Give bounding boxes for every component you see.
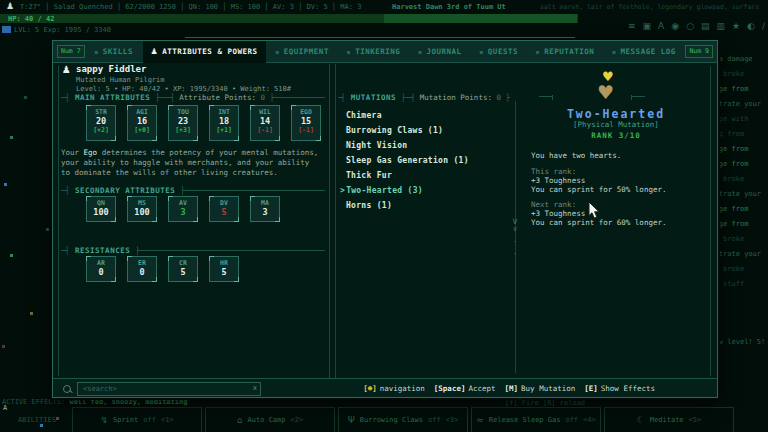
tab-journal[interactable]: ▪ JOURNAL — [410, 41, 470, 63]
mutation-item-sleep-gas-generation[interactable]: Sleep Gas Generation (1) — [346, 156, 469, 165]
ability-state: off — [565, 416, 578, 424]
ego-description: Your Ego determines the potency of your … — [61, 148, 319, 178]
message-log-icon: ▪ — [612, 48, 617, 55]
pane-scrollbar[interactable] — [335, 64, 336, 378]
selection-cursor: > — [340, 186, 345, 195]
stat-tile-int[interactable]: INT 18 [+1] — [209, 105, 239, 141]
picture-icon[interactable]: ▥ — [717, 21, 726, 31]
search-icon — [63, 385, 71, 393]
stat-label: MS — [128, 199, 156, 207]
tab-quests[interactable]: ▪ QUESTS — [471, 41, 526, 63]
magnifier-icon[interactable]: ○ — [686, 21, 694, 31]
this-rank-line: +3 Toughness — [531, 176, 585, 185]
stat-value: 3 — [169, 207, 197, 217]
hp-bar-fill — [384, 14, 577, 23]
character-name: sappy Fiddler — [76, 64, 146, 74]
tab-attributes-powers[interactable]: ♟ ATTRIBUTES & POWERS — [143, 41, 266, 63]
mutation-detail-rank: RANK 3/10 — [523, 131, 709, 140]
tab-message-log[interactable]: ▪ MESSAGE LOG — [604, 41, 684, 63]
next-rank-line: You can sprint for 60% longer. — [531, 218, 666, 227]
stat-tile-str[interactable]: STR 20 [+2] — [86, 105, 116, 141]
monitor-icon[interactable]: ▣ — [643, 21, 652, 31]
pencil-icon[interactable]: ∕ — [762, 21, 765, 31]
menu-icon[interactable]: ≡ — [628, 21, 636, 31]
stat-label: CR — [169, 259, 197, 267]
stat-label: INT — [210, 108, 238, 116]
mutation-item-night-vision[interactable]: Night Vision — [346, 141, 407, 150]
hint-buy-mutation[interactable]: [M]Buy Mutation — [505, 384, 576, 393]
stat-tile-ma[interactable]: MA 3 — [250, 196, 280, 222]
pane-border-right — [710, 66, 711, 376]
stat-tile-dv[interactable]: DV 5 — [209, 196, 239, 222]
character-statline: Level: 5 • HP: 40/42 • XP: 1995/3340 • W… — [76, 85, 291, 93]
resistances-title: RESISTANCES — [65, 246, 140, 255]
tab-label: SKILLS — [103, 47, 133, 56]
ability-slot-auto-camp[interactable]: ⌂ Auto Camp <2> — [205, 407, 335, 432]
attribute-points: Attribute Points: 0 — [170, 93, 274, 102]
ability-slot-meditate[interactable]: ☾ Meditate <5> — [604, 407, 734, 432]
clock-icon[interactable]: ◐ — [747, 21, 755, 31]
tab-equipment[interactable]: ▪ EQUIPMENT — [267, 41, 337, 63]
clear-search-button[interactable]: x — [253, 384, 257, 392]
ability-slot-release-sleep-gas[interactable]: ≈ Release Sleep Gas off <4> — [471, 407, 601, 432]
heart-icon-large: ♥ — [597, 83, 614, 102]
active-effects-label: ACTIVE EFFECTS: — [2, 398, 65, 406]
stat-tile-av[interactable]: AV 3 — [168, 196, 198, 222]
level-icon — [2, 26, 11, 33]
stat-tile-qn[interactable]: QN 100 — [86, 196, 116, 222]
stat-label: AV — [169, 199, 197, 207]
stat-tile-wil[interactable]: WIL 14 [-1] — [250, 105, 280, 141]
quests-icon: ▪ — [479, 48, 484, 55]
font-icon[interactable]: A — [658, 21, 664, 31]
star-icon[interactable]: ★ — [732, 21, 740, 31]
hint-show-effects[interactable]: [E]Show Effects — [584, 384, 655, 393]
search-input[interactable] — [81, 383, 245, 395]
moon-icon: ☾ — [637, 415, 645, 425]
stat-tile-ego[interactable]: EGO 15 [-1] — [291, 105, 321, 141]
stat-tile-ms[interactable]: MS 100 — [127, 196, 157, 222]
stat-label: AGI — [128, 108, 156, 116]
stat-label: EGO — [292, 108, 320, 116]
ability-key: <1> — [161, 416, 174, 424]
stat-value: 18 — [210, 116, 238, 126]
tab-tinkering[interactable]: ▪ TINKERING — [339, 41, 409, 63]
hint-accept[interactable]: [Space]Accept — [434, 384, 496, 393]
ability-key: <3> — [446, 416, 459, 424]
fire-hint: [f] Fire [R] reload — [505, 399, 585, 407]
stat-tile-agi[interactable]: AGI 16 [+0] — [127, 105, 157, 141]
tab-reputation[interactable]: ▪ REPUTATION — [528, 41, 603, 63]
stat-tile-cr[interactable]: CR 5 — [168, 256, 198, 282]
mutation-item-two-hearted[interactable]: >Two-Hearted (3) — [340, 186, 423, 195]
map-marker: A — [3, 404, 7, 412]
stat-label: TOU — [169, 108, 197, 116]
mutation-item-thick-fur[interactable]: Thick Fur — [346, 171, 392, 180]
stat-tile-tou[interactable]: TOU 23 [+3] — [168, 105, 198, 141]
detail-rule-right — [631, 96, 645, 97]
stat-label: MA — [251, 199, 279, 207]
stat-label: QN — [87, 199, 115, 207]
stat-value: 100 — [128, 207, 156, 217]
stat-tile-hr[interactable]: HR 5 — [209, 256, 239, 282]
stat-tile-er[interactable]: ER 0 — [127, 256, 157, 282]
stat-value: 23 — [169, 116, 197, 126]
ability-slot-burrowing-claws[interactable]: Ψ Burrowing Claws off <3> — [338, 407, 468, 432]
mutation-item-chimera[interactable]: Chimera — [346, 111, 382, 120]
hourglass-icon[interactable]: ▤ — [701, 21, 710, 31]
pane-divider — [329, 64, 330, 378]
record-icon[interactable]: ◉ — [671, 21, 679, 31]
level-text: LVL: 5 Exp: 1995 / 3340 — [14, 26, 111, 34]
search-box: x — [77, 382, 261, 396]
mutation-item-burrowing-claws[interactable]: Burrowing Claws (1) — [346, 126, 443, 135]
active-effects-value: well fed, snoozy, meditating — [69, 398, 187, 406]
stat-modifier: [+2] — [87, 126, 115, 135]
next-rank-label: Next rank: — [531, 200, 576, 209]
stat-label: WIL — [251, 108, 279, 116]
location-text: salt marsh, lair of festhole, legendary … — [540, 3, 759, 11]
tab-skills[interactable]: ▪ SKILLS — [86, 41, 141, 63]
ability-key: <4> — [583, 416, 596, 424]
mutation-item-horns[interactable]: Horns (1) — [346, 201, 392, 210]
ability-slot-sprint[interactable]: ↯ Sprint off <1> — [72, 407, 202, 432]
stat-modifier: [-1] — [251, 126, 279, 135]
tinkering-icon: ▪ — [347, 48, 352, 55]
stat-tile-ar[interactable]: AR 0 — [86, 256, 116, 282]
